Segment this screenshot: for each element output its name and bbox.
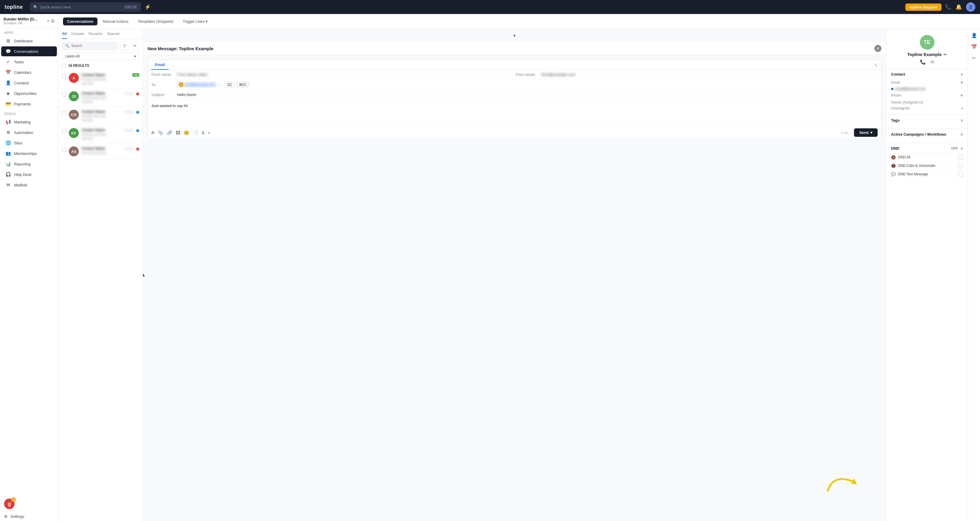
to-expand-icon[interactable]: › [219,83,220,87]
sidebar-item-label-contacts: Contacts [14,81,29,85]
phone-add-icon[interactable]: + [961,93,963,98]
contact-phone-icon[interactable]: 📞 [920,59,926,65]
conv-tab-all[interactable]: All [62,32,67,39]
sidebar-item-automation[interactable]: ⚙ Automation [1,127,57,137]
cc-button[interactable]: CC [224,82,234,87]
from-email-label: From email: [515,72,539,77]
sidebar-item-mailfold[interactable]: ✉ Mailfold [1,180,57,190]
dnd-calls-row: 📵 DND Calls & Voicemails [891,161,963,170]
emoji-icon[interactable]: 😊 [184,130,189,135]
support-button[interactable]: topline Support [905,3,942,11]
conv-item-checkbox[interactable] [62,92,66,97]
conv-item-checkbox[interactable] [62,74,66,78]
sidebar-item-settings[interactable]: ⚙ Settings [0,512,58,521]
far-right-panel: 👤 📅 ✏ [968,29,980,521]
contact-edit-icon[interactable]: ✏ [943,52,947,57]
sidebar-item-tasks[interactable]: ✓ Tasks [1,57,57,67]
conv-item-checkbox[interactable] [62,129,66,133]
tab-templates[interactable]: Templates (Snippets) [134,18,177,25]
conversations-icon: 💬 [5,49,11,54]
conv-item-checkbox[interactable] [62,111,66,115]
link-icon[interactable]: 🔗 [167,130,172,135]
content-header: Conversations Manual Actions Templates (… [58,14,980,29]
sidebar-item-contacts[interactable]: 👤 Contacts [1,78,57,88]
conv-tab-starred[interactable]: Starred [107,32,119,39]
tags-section-header[interactable]: Tags ∨ [891,118,963,123]
sidebar-item-reporting[interactable]: 📊 Reporting [1,159,57,169]
conv-search-input[interactable] [71,44,115,48]
send-button[interactable]: Send ▾ [854,128,878,137]
sidebar-item-helpdesk[interactable]: 🎧 Help Desk [1,169,57,179]
sidebar-item-payments[interactable]: 💳 Payments [1,99,57,109]
strikethrough-icon[interactable]: A̶ [151,130,154,135]
list-item[interactable]: KF Contact Name 4h ago Preview text here… [58,125,143,143]
far-right-contact-icon[interactable]: 👤 [971,33,977,38]
subject-value[interactable]: Hello there! [177,92,878,97]
image-icon[interactable]: 🖼 [176,130,180,135]
sidebar-item-opportunities[interactable]: ◈ Opportunities [1,88,57,98]
sidebar-item-conversations[interactable]: 💬 Conversations [1,46,57,56]
select-all-checkbox[interactable] [62,64,66,68]
sidebar-item-dashboard[interactable]: ⊞ Dashboard [1,36,57,46]
dnd-all-checkbox[interactable] [958,155,963,159]
sites-icon: 🌐 [5,140,11,145]
sidebar-item-calendars[interactable]: 📅 Calendars [1,67,57,77]
trigger-links-btn[interactable]: Trigger Links ▾ [179,18,212,25]
conv-search-box[interactable]: 🔍 [62,42,118,49]
dnd-chevron-icon[interactable]: ∧ [961,147,963,151]
phone-icon[interactable]: 📞 [945,4,951,10]
user-avatar[interactable]: 👤 [966,2,975,12]
notification-icon[interactable]: 🔔 [956,4,962,10]
sidebar-grid-icon[interactable]: ⊞ [51,18,54,24]
document-icon[interactable]: 📄 [193,130,198,135]
conv-filter-icon[interactable]: ▽ [121,41,129,50]
dollar-icon[interactable]: $ [202,130,204,135]
compose-to-chip[interactable]: A email@example.com [177,82,216,88]
compose-to: To: A email@example.com › CC BCC [148,79,881,90]
sidebar-item-memberships[interactable]: 👥 Memberships [1,148,57,158]
tasks-icon: ✓ [5,59,11,64]
global-search[interactable]: 🔍 Quick search here Ctrl + K [30,2,141,12]
sidebar-item-sites[interactable]: 🌐 Sites [1,138,57,148]
g-badge[interactable]: g 12 [4,499,14,509]
conv-filter-dropdown[interactable]: Latest-All ▾ [62,53,139,60]
conv-tab-unread[interactable]: Unread [72,32,84,39]
contact-section-header[interactable]: Contact ∧ [891,72,963,76]
dnd-calls-checkbox[interactable] [958,163,963,168]
tab-conversations[interactable]: Conversations [63,18,97,25]
lightning-icon[interactable]: ⚡ [145,4,151,10]
sidebar-item-marketing[interactable]: 📢 Marketing [1,117,57,127]
far-right-task-icon[interactable]: ✏ [972,56,976,61]
panel-collapse-btn[interactable]: ▶ [143,271,147,279]
bcc-button[interactable]: BCC [237,82,249,87]
attachment-icon[interactable]: 📎 [158,130,163,135]
sidebar-item-label-opportunities: Opportunities [14,91,37,96]
message-close-btn[interactable]: ✕ [874,45,881,52]
owner-chevron-icon[interactable]: ▾ [962,107,963,110]
conv-results-header: 16 RESULTS [58,62,143,70]
list-item[interactable]: AS Contact Name 5h ago Preview text here [58,143,143,159]
account-switcher[interactable]: Dunder Mifflin [D... Scranton, PA ▾ ⊞ [0,14,58,28]
conv-list-toolbar: 🔍 ▽ ✏ [58,39,143,53]
collapse-arrow-btn[interactable]: ▼ [511,32,519,40]
tab-manual-actions[interactable]: Manual Actions [99,18,132,25]
email-add-icon[interactable]: + [961,80,963,85]
contact-email-icon[interactable]: ✉ [931,59,934,65]
conv-item-time: 4h ago [124,129,133,132]
dnd-text-checkbox[interactable] [958,172,963,177]
conv-tab-recents[interactable]: Recents [88,32,102,39]
settings-icon: ⚙ [4,514,8,519]
campaigns-section-header[interactable]: Active Campaigns / Workflows ∨ [891,132,963,137]
conv-compose-icon[interactable]: ✏ [131,41,139,50]
list-item[interactable]: JS Contact Name 2h ago Preview text here… [58,88,143,107]
more-icon[interactable]: + [208,130,210,135]
compose-expand-icon[interactable]: ⤡ [874,63,878,67]
compose-body[interactable]: Just wanted to say hi! [148,99,881,126]
conv-item-checkbox[interactable] [62,148,66,152]
far-right-calendar-icon[interactable]: 📅 [971,44,977,49]
to-chip-value: email@example.com [185,83,215,86]
conv-item-name: Contact Name [82,73,105,77]
list-item[interactable]: A Contact Name tag Preview text here sub… [58,70,143,88]
list-item[interactable]: CR Contact Name 3h ago Preview text here… [58,107,143,125]
compose-tab-email[interactable]: Email [151,60,169,70]
